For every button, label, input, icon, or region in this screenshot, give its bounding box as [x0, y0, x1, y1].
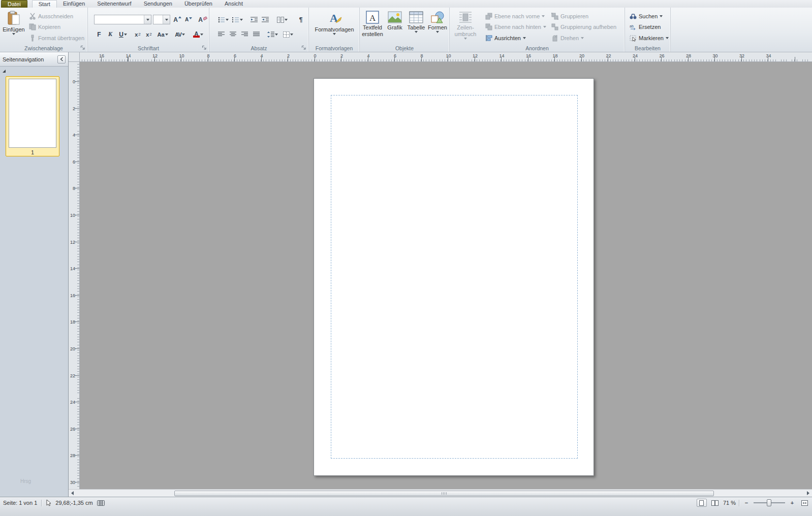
editing-group-label: Bearbeiten — [625, 45, 670, 51]
tab-datei[interactable]: Datei — [1, 0, 27, 8]
table-button[interactable]: Tabelle — [406, 9, 426, 45]
borders-button[interactable] — [282, 29, 295, 39]
format-painter-button[interactable]: Format übertragen — [27, 33, 86, 43]
single-page-view-button[interactable] — [697, 499, 707, 507]
vertical-ruler[interactable]: 024681012141618202224262830 — [69, 62, 80, 489]
expand-marker-icon[interactable] — [3, 70, 6, 73]
line-spacing-icon — [267, 31, 274, 38]
scroll-left-button[interactable] — [69, 490, 76, 497]
replace-button[interactable]: ab Ersetzen — [628, 22, 663, 32]
tab-sendungen[interactable]: Sendungen — [138, 0, 178, 8]
tab-einfuegen[interactable]: Einfügen — [57, 0, 91, 8]
formatting-marks-button[interactable]: ¶ — [296, 15, 306, 24]
bullets-button[interactable] — [216, 15, 230, 24]
ruler-number: 12 — [69, 240, 75, 245]
ruler-number: 16 — [69, 293, 75, 298]
line-spacing-button[interactable] — [266, 29, 279, 39]
align-objects-icon — [485, 35, 492, 42]
align-right-button[interactable] — [239, 29, 249, 39]
page-thumbnail-selected[interactable]: 1 — [6, 76, 59, 156]
shrink-font-button[interactable]: A — [183, 15, 194, 24]
line-spacing-dropdown-arrow — [275, 34, 278, 36]
numbering-icon — [232, 17, 239, 23]
character-spacing-glyph: AV — [175, 31, 181, 38]
columns-button[interactable] — [275, 15, 289, 24]
paste-button[interactable]: Einfügen — [2, 9, 25, 45]
binoculars-icon — [630, 13, 637, 20]
scroll-right-button[interactable] — [804, 490, 812, 497]
underline-button[interactable]: U — [116, 29, 130, 39]
styles-button[interactable]: A Formatvorlagen — [314, 9, 355, 45]
fit-page-button[interactable] — [799, 499, 809, 507]
find-button[interactable]: Suchen — [628, 11, 665, 21]
cursor-position-value[interactable]: 29,68;-1,35 cm — [55, 500, 92, 506]
cut-button[interactable]: Ausschneiden — [27, 11, 75, 21]
decrease-indent-button[interactable] — [249, 15, 259, 24]
fit-page-icon — [801, 500, 808, 506]
page-navigation-pane: Seitennavigation 1 Hrsg — [0, 52, 69, 497]
align-objects-button[interactable]: Ausrichten — [483, 33, 528, 43]
ruler-number: 24 — [633, 53, 638, 58]
superscript-button[interactable]: x2 — [144, 29, 154, 39]
styles-dropdown-arrow — [333, 33, 336, 35]
bold-button[interactable]: F — [94, 29, 104, 39]
horizontal-ruler[interactable]: 1614121086420246810121416182022242628303… — [80, 52, 812, 62]
zoom-slider[interactable] — [754, 499, 785, 507]
styles-group-label: Formatvorlagen — [309, 45, 359, 51]
tab-start[interactable]: Start — [32, 0, 57, 8]
scrollbar-thumb[interactable] — [174, 491, 714, 496]
italic-button[interactable]: K — [105, 29, 115, 39]
borders-icon — [283, 31, 290, 38]
zoom-slider-thumb[interactable] — [767, 499, 771, 506]
zoom-in-button[interactable]: + — [788, 499, 796, 507]
increase-indent-button[interactable] — [260, 15, 270, 24]
align-left-icon — [218, 31, 225, 37]
draw-textbox-button[interactable]: A Textfeld erstellen — [361, 9, 384, 45]
publication-page[interactable] — [314, 78, 594, 476]
character-spacing-button[interactable]: AV — [173, 29, 186, 39]
align-center-button[interactable] — [228, 29, 238, 39]
paste-dropdown-arrow — [12, 33, 15, 35]
tab-seitenentwurf[interactable]: Seitenentwurf — [91, 0, 137, 8]
ruler-number: 24 — [69, 400, 75, 405]
align-objects-dropdown-arrow — [523, 37, 526, 39]
page-status[interactable]: Seite: 1 von 1 — [3, 500, 37, 506]
ruler-corner — [69, 52, 80, 62]
tab-ueberpruefen[interactable]: Überprüfen — [178, 0, 218, 8]
justify-button[interactable] — [251, 29, 261, 39]
zoom-out-button[interactable]: − — [742, 499, 751, 507]
clear-formatting-button[interactable]: A — [198, 15, 208, 24]
font-name-combo[interactable] — [94, 15, 151, 24]
align-left-button[interactable] — [216, 29, 226, 39]
font-color-button[interactable]: A — [192, 29, 205, 39]
shapes-button[interactable]: Formen — [427, 9, 448, 45]
select-button[interactable]: Markieren — [628, 33, 671, 43]
zoom-level[interactable]: 71 % — [723, 500, 736, 506]
shapes-label: Formen — [428, 24, 447, 30]
tab-ansicht[interactable]: Ansicht — [218, 0, 249, 8]
numbering-button[interactable] — [231, 15, 244, 24]
ruler-number: 14 — [126, 53, 131, 58]
table-label: Tabelle — [408, 24, 425, 30]
bring-forward-button[interactable]: Ebene nach vorne — [483, 11, 547, 21]
two-page-spread-button[interactable] — [710, 499, 720, 507]
horizontal-scrollbar[interactable] — [69, 489, 812, 497]
copy-button[interactable]: Kopieren — [27, 22, 63, 32]
grow-font-button[interactable]: A — [172, 15, 182, 24]
subscript-button[interactable]: x2 — [133, 29, 143, 39]
bring-forward-dropdown-arrow — [542, 15, 545, 17]
ruler-number: 8 — [420, 53, 423, 58]
workspace-canvas[interactable] — [80, 62, 812, 489]
font-size-combo[interactable] — [153, 15, 170, 24]
change-case-button[interactable]: Aa — [156, 29, 169, 39]
ruler-number: 8 — [69, 186, 75, 191]
group-button[interactable]: Gruppieren — [549, 11, 590, 21]
picture-button[interactable]: Grafik — [385, 9, 405, 45]
ungroup-button[interactable]: Gruppierung aufheben — [549, 22, 618, 32]
text-wrap-button[interactable]: Zeilen- umbruch — [451, 9, 480, 45]
collapse-pane-button[interactable] — [57, 55, 66, 63]
rotate-button[interactable]: Drehen — [549, 33, 586, 43]
font-size-dropdown[interactable] — [163, 15, 170, 24]
font-name-dropdown[interactable] — [144, 15, 151, 24]
send-backward-button[interactable]: Ebene nach hinten — [483, 22, 548, 32]
